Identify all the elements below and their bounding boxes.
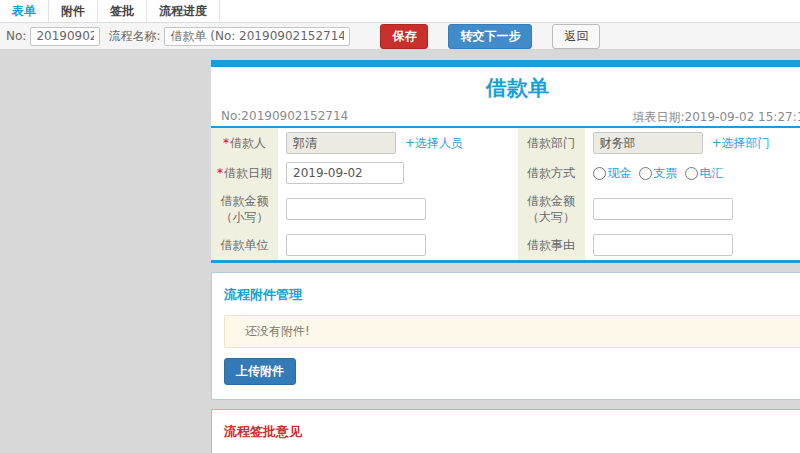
borrower-field: +选择人员 xyxy=(278,128,518,158)
loan-date-field xyxy=(278,158,518,188)
amount-uppercase-field xyxy=(585,188,800,230)
upload-attachment-button[interactable]: 上传附件 xyxy=(224,358,296,385)
amount-lowercase-input[interactable] xyxy=(286,198,426,220)
loan-unit-input[interactable] xyxy=(286,234,426,256)
tab-attachments[interactable]: 附件 xyxy=(49,0,98,22)
attachments-heading: 流程附件管理 xyxy=(224,286,800,304)
save-button[interactable]: 保存 xyxy=(380,24,428,49)
back-button[interactable]: 返回 xyxy=(552,24,600,49)
amount-lowercase-field xyxy=(278,188,518,230)
no-label: No: xyxy=(6,29,26,43)
loan-reason-input[interactable] xyxy=(593,234,733,256)
no-input[interactable] xyxy=(30,27,100,46)
department-input[interactable] xyxy=(593,132,703,154)
radio-wire[interactable]: 电汇 xyxy=(685,165,724,182)
transfer-next-step-button[interactable]: 转交下一步 xyxy=(448,24,532,49)
panel-top-bar xyxy=(211,60,800,67)
approval-heading: 流程签批意见 xyxy=(224,423,800,441)
borrower-input[interactable] xyxy=(286,132,396,154)
loan-date-input[interactable] xyxy=(286,162,404,184)
payment-method-label: 借款方式 xyxy=(518,158,585,188)
approval-panel: 流程签批意见 B I abc xyxy=(211,409,800,453)
cash-radio[interactable] xyxy=(593,167,606,180)
doc-meta-row: No:20190902152714 填表日期:2019-09-02 15:27:… xyxy=(211,104,800,128)
no-attachments-alert: 还没有附件! xyxy=(224,315,800,348)
tab-process-progress[interactable]: 流程进度 xyxy=(147,0,220,22)
page-title: 借款单 xyxy=(211,67,800,104)
loan-unit-label: 借款单位 xyxy=(211,230,278,260)
document-area: 借款单 No:20190902152714 填表日期:2019-09-02 15… xyxy=(211,60,800,453)
radio-cash[interactable]: 现金 xyxy=(593,165,632,182)
process-name-label: 流程名称: xyxy=(108,28,160,45)
attachments-panel: 流程附件管理 还没有附件! 上传附件 xyxy=(211,272,800,400)
payment-method-field: 现金 支票 电汇 xyxy=(585,158,800,188)
borrower-label: *借款人 xyxy=(211,128,278,158)
amount-uppercase-input[interactable] xyxy=(593,198,733,220)
loan-form-panel: 借款单 No:20190902152714 填表日期:2019-09-02 15… xyxy=(211,60,800,263)
select-department-link[interactable]: +选择部门 xyxy=(712,135,770,152)
department-label: 借款部门 xyxy=(518,128,585,158)
form-toolbar: No: 流程名称: 保存 转交下一步 返回 xyxy=(0,23,800,50)
required-asterisk: * xyxy=(217,166,223,180)
radio-cheque[interactable]: 支票 xyxy=(639,165,678,182)
select-person-link[interactable]: +选择人员 xyxy=(405,135,463,152)
doc-number: No:20190902152714 xyxy=(221,109,348,123)
tab-form[interactable]: 表单 xyxy=(0,0,49,22)
loan-reason-field xyxy=(585,230,800,260)
loan-reason-label: 借款事由 xyxy=(518,230,585,260)
process-name-input[interactable] xyxy=(164,27,350,46)
tab-approval[interactable]: 签批 xyxy=(98,0,147,22)
required-asterisk: * xyxy=(223,136,229,150)
department-field: +选择部门 xyxy=(585,128,800,158)
loan-form-table: *借款人 +选择人员 借款部门 +选择部门 *借款日期 借款方式 xyxy=(211,128,800,260)
wire-transfer-radio[interactable] xyxy=(685,167,698,180)
tab-bar: 表单 附件 签批 流程进度 xyxy=(0,0,800,23)
loan-date-label: *借款日期 xyxy=(211,158,278,188)
cheque-radio[interactable] xyxy=(639,167,652,180)
amount-lowercase-label: 借款金额（小写） xyxy=(211,188,278,230)
amount-uppercase-label: 借款金额（大写） xyxy=(518,188,585,230)
doc-fill-date: 填表日期:2019-09-02 15:27:14 xyxy=(633,109,800,126)
loan-unit-field xyxy=(278,230,518,260)
